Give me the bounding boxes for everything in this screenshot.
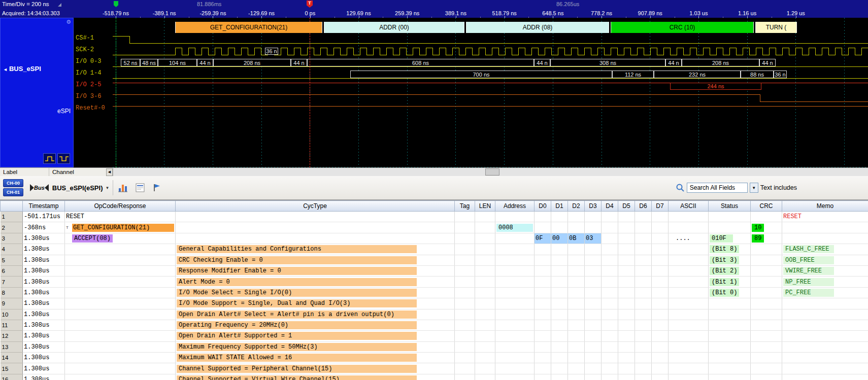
table-row[interactable]: 71.308usAlert Mode = 0(Bit 1)NP_FREE [1, 277, 868, 287]
cell-crc [751, 353, 782, 363]
cell-cyctype: Maximum WAIT STATE Allowed = 16 [176, 353, 455, 363]
pulse-icon [44, 155, 55, 163]
cell-d1 [551, 320, 568, 330]
cell-d3 [585, 244, 602, 255]
marker-a-icon[interactable] [114, 1, 118, 7]
search-dropdown-button[interactable]: ▼ [750, 183, 758, 193]
table-row[interactable]: 161.308usChannel Supported = Virtual Wir… [1, 374, 868, 380]
bus-name-label[interactable]: ◄BUS_eSPI [3, 65, 41, 73]
table-row[interactable]: 101.308usOpen Drain Alert# Select = Aler… [1, 309, 868, 320]
cell-d4 [602, 298, 618, 309]
cell-tag [455, 233, 475, 244]
decode-segment[interactable]: TURN ( [755, 22, 797, 33]
report-button[interactable] [133, 181, 147, 194]
flag-button[interactable] [150, 181, 163, 194]
search-mode-label: Text includes [760, 184, 797, 191]
channel-label[interactable]: I/O 1-4 [76, 70, 101, 77]
cell-d1 [551, 212, 568, 222]
pulse-icon [58, 155, 70, 163]
cell-d0 [535, 277, 551, 287]
search-input[interactable] [687, 183, 748, 193]
table-row[interactable]: 111.308usOperating Frequency = 20MHz(0) [1, 320, 868, 330]
horizontal-scrollbar[interactable] [113, 168, 868, 176]
column-header[interactable]: Memo [782, 201, 868, 212]
cell-ascii [669, 287, 709, 298]
column-header[interactable] [1, 201, 23, 212]
table-row[interactable]: 121.308usOpen Drain Alert# Supported = 1 [1, 331, 868, 341]
pulse-tool-button-1[interactable] [43, 153, 56, 164]
cell-ascii [669, 265, 709, 276]
timeline-tick-label: -518.79 ns [103, 10, 129, 16]
cell-num: 12 [1, 331, 23, 341]
table-row[interactable]: 91.308usI/O Mode Support = Single, Dual … [1, 298, 868, 309]
column-header[interactable]: D2 [568, 201, 585, 212]
channel-label[interactable]: SCK-2 [76, 46, 94, 54]
measurement-box: 244 ns [670, 83, 761, 90]
channel-label[interactable]: I/O 2-5 [76, 81, 101, 89]
bus-overview-panel[interactable]: ⚙ ◄BUS_eSPI eSPI [0, 18, 74, 167]
cell-cyctype: Response Modifier Enable = 0 [176, 265, 455, 276]
scrollbar-thumb[interactable] [485, 168, 499, 176]
histogram-button[interactable] [117, 181, 130, 194]
cell-memo [782, 331, 868, 341]
column-header[interactable]: CRC [751, 201, 782, 212]
column-header[interactable]: OpCode/Response [65, 201, 176, 212]
cell-d1 [551, 353, 568, 363]
cell-d7 [652, 363, 669, 374]
column-header[interactable]: D1 [551, 201, 568, 212]
decode-segment[interactable]: ADDR (00) [324, 22, 464, 33]
cell-d2 [568, 212, 585, 222]
table-row[interactable]: 2-368nsTGET_CONFIGURATION(21)000810 [1, 222, 868, 233]
decode-segment[interactable]: GET_CONFIGURATION(21) [175, 22, 322, 33]
cell-d3 [585, 298, 602, 309]
ch00-button[interactable]: CH-00 [3, 179, 23, 187]
channel-label[interactable]: I/O 0-3 [76, 58, 101, 65]
ch01-button[interactable]: CH-01 [3, 188, 23, 196]
bus-selector[interactable]: BUS_eSPI(eSPI)▼ [52, 184, 110, 192]
table-row[interactable]: 81.308usI/O Mode Select = Single I/O(0)(… [1, 287, 868, 298]
channel-label[interactable]: I/O 3-6 [76, 93, 101, 100]
column-header[interactable]: Address [495, 201, 535, 212]
table-row[interactable]: 31.308usACCEPT(08)0F000B03....010F89 [1, 233, 868, 244]
column-header[interactable]: LEN [475, 201, 495, 212]
scroll-left-button[interactable]: ◀ [106, 168, 113, 176]
channel-label[interactable]: CS#-1 [76, 34, 94, 42]
marker-a-cursor[interactable] [116, 18, 116, 167]
cell-d0 [535, 331, 551, 341]
column-header[interactable]: D7 [652, 201, 669, 212]
column-header[interactable]: D4 [602, 201, 618, 212]
table-row[interactable]: 51.308usCRC Checking Enable = 0(Bit 3)OO… [1, 255, 868, 265]
column-header[interactable]: D0 [535, 201, 551, 212]
table-row[interactable]: 141.308usMaximum WAIT STATE Allowed = 16 [1, 353, 868, 363]
divider [113, 180, 113, 195]
pulse-tool-button-2[interactable] [57, 153, 70, 164]
gear-icon[interactable]: ⚙ [66, 19, 71, 25]
column-header[interactable]: Timestamp [23, 201, 65, 212]
column-header[interactable]: Tag [455, 201, 475, 212]
column-header[interactable]: CycType [176, 201, 455, 212]
cell-d6 [635, 353, 652, 363]
table-row[interactable]: 1-501.171usRESETRESET [1, 212, 868, 222]
cell-num: 1 [1, 212, 23, 222]
table-row[interactable]: 41.308usGeneral Capabilities and Configu… [1, 244, 868, 255]
table-row[interactable]: 61.308usResponse Modifier Enable = 0(Bit… [1, 265, 868, 276]
cell-len [475, 363, 495, 374]
column-header[interactable]: D6 [635, 201, 652, 212]
trigger-marker-icon[interactable]: T [307, 1, 313, 8]
measurement-box: 88 ns [741, 71, 774, 78]
cell-d0 [535, 222, 551, 233]
cell-d1 [551, 298, 568, 309]
column-header[interactable]: ASCII [669, 201, 709, 212]
cell-d7 [652, 212, 669, 222]
table-row[interactable]: 151.308usChannel Supported = Peripheral … [1, 363, 868, 374]
column-header[interactable]: D3 [585, 201, 602, 212]
column-header[interactable]: D5 [618, 201, 635, 212]
column-header[interactable]: Status [709, 201, 751, 212]
trigger-cursor[interactable] [310, 18, 310, 167]
decode-segment[interactable]: CRC (10) [611, 22, 754, 33]
decode-segment[interactable]: ADDR (08) [466, 22, 609, 33]
channel-label[interactable]: Reset#-0 [76, 105, 105, 112]
table-row[interactable]: 131.308usMaximum Frequency Supported = 5… [1, 341, 868, 352]
cell-d3 [585, 277, 602, 287]
cell-d6 [635, 331, 652, 341]
